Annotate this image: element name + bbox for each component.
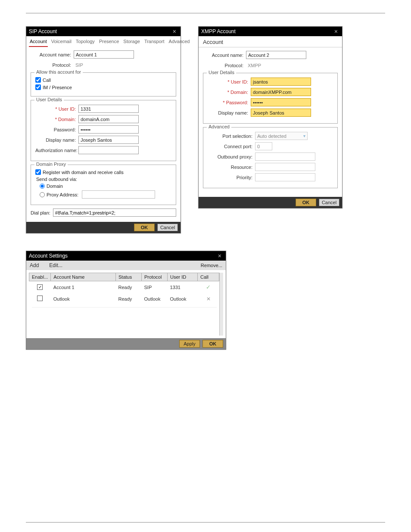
col-name[interactable]: Account Name [51,273,116,281]
scrollbar[interactable] [219,273,223,336]
close-icon[interactable]: × [216,253,223,259]
xmpp-protocol-label: Protocol: [203,63,246,68]
register-label: Register with domain and receive calls [43,170,124,175]
enabled-checkbox[interactable] [37,284,43,290]
xmpp-account-name-label: Account name: [203,53,246,58]
table-row[interactable]: Account 1 Ready SIP 1331 ✓ [29,281,219,293]
xmpp-user-details-group: User Details * User ID: * Domain: * Pass… [203,73,338,124]
password-input[interactable] [78,125,139,134]
col-protocol[interactable]: Protocol [142,273,168,281]
xmpp-tab-account[interactable]: Account [199,36,342,47]
accounts-titlebar: Account Settings × [26,251,226,261]
account-name-input[interactable] [74,50,134,59]
send-outbound-label: Send outbound via: [36,177,171,182]
sip-tabs: Account Voicemail Topology Presence Stor… [26,36,181,47]
auth-name-label: Authorization name: [35,148,78,153]
xmpp-title: XMPP Account [201,28,236,34]
col-status[interactable]: Status [116,273,142,281]
allow-account-legend: Allow this account for [34,69,83,75]
tab-storage[interactable]: Storage [122,38,141,47]
cell-name: Account 1 [51,281,116,293]
connect-port-label: Connect port: [208,144,255,149]
outbound-proxy-label: Outbound proxy: [208,154,255,159]
col-call[interactable]: Call [198,273,219,281]
allow-account-group: Allow this account for Call IM / Presenc… [31,72,176,96]
table-row[interactable]: Outlook Ready Outlook Outlook ✕ [29,293,219,305]
x-icon: ✕ [206,296,211,302]
accounts-button-bar: Apply OK [26,338,226,349]
tab-advanced[interactable]: Advanced [168,38,191,47]
check-icon: ✓ [206,284,211,290]
password-label: Password: [35,127,78,132]
chevron-down-icon: ▾ [303,134,305,138]
domain-input[interactable] [78,115,139,123]
col-userid[interactable]: User ID [168,273,198,281]
connect-port-input[interactable] [255,142,272,150]
ok-button[interactable]: OK [202,340,223,348]
menu-edit[interactable]: Edit... [49,262,62,268]
dial-plan-input[interactable] [53,208,176,217]
port-selection-select[interactable]: Auto detected ▾ [255,132,308,140]
dial-plan-label: Dial plan: [31,210,50,215]
xmpp-button-bar: OK Cancel [199,197,342,208]
cell-protocol: SIP [142,281,168,293]
xmpp-display-name-label: Display name: [208,110,251,115]
protocol-label: Protocol: [31,62,74,68]
close-icon[interactable]: × [333,28,339,34]
resource-label: Resource: [208,165,255,170]
xmpp-protocol-value: XMPP [246,61,306,69]
cell-userid: Outlook [168,293,198,305]
port-selection-label: Port selection: [208,134,255,139]
accounts-table: Enabl... Account Name Status Protocol Us… [29,273,219,336]
xmpp-account-name-input[interactable] [246,51,306,59]
cancel-button[interactable]: Cancel [157,224,178,231]
sip-account-dialog: SIP Account × Account Voicemail Topology… [26,26,181,233]
cell-name: Outlook [51,293,116,305]
domain-proxy-group: Domain Proxy Register with domain and re… [31,165,176,205]
ok-button[interactable]: OK [134,224,155,231]
xmpp-user-id-input[interactable] [251,78,311,86]
priority-input[interactable] [255,173,315,181]
close-icon[interactable]: × [171,28,178,34]
accounts-menu-bar: Add Edit... Remove... [26,261,226,270]
user-details-legend: User Details [34,97,64,102]
auth-name-input[interactable] [78,146,139,154]
ok-button[interactable]: OK [296,199,316,206]
sip-button-bar: OK Cancel [26,222,181,233]
cell-status: Ready [116,281,142,293]
resource-input[interactable] [255,163,315,171]
domain-label: * Domain: [35,117,78,122]
enabled-checkbox[interactable] [37,296,43,301]
register-checkbox[interactable] [35,169,41,175]
col-enabled[interactable]: Enabl... [29,273,51,281]
apply-button[interactable]: Apply [179,340,200,348]
xmpp-display-name-input[interactable] [251,109,311,117]
allow-call-checkbox[interactable] [35,77,41,83]
tab-presence[interactable]: Presence [98,38,120,47]
xmpp-user-details-legend: User Details [207,70,236,75]
protocol-value: SIP [74,61,134,69]
tab-account[interactable]: Account [29,38,48,47]
menu-remove[interactable]: Remove... [201,263,222,268]
display-name-input[interactable] [78,136,139,144]
proxy-address-input[interactable] [82,190,155,199]
outbound-proxy-input[interactable] [255,152,315,161]
xmpp-account-dialog: XMPP Account × Account Account name: Pro… [198,26,342,208]
xmpp-password-input[interactable] [251,98,311,106]
tab-topology[interactable]: Topology [75,38,96,47]
tab-transport[interactable]: Transport [143,38,165,47]
sip-titlebar: SIP Account × [26,27,181,36]
xmpp-domain-input[interactable] [251,88,311,96]
xmpp-domain-label: * Domain: [208,90,251,95]
menu-add[interactable]: Add [30,262,39,268]
allow-im-checkbox[interactable] [35,84,41,90]
xmpp-advanced-legend: Advanced [207,124,231,129]
port-selection-value: Auto detected [257,134,286,139]
tab-voicemail[interactable]: Voicemail [50,38,72,47]
user-id-input[interactable] [78,105,139,113]
via-proxy-radio[interactable] [40,192,45,197]
priority-label: Priority: [208,175,255,180]
via-domain-radio[interactable] [40,184,45,189]
cancel-button[interactable]: Cancel [319,199,339,206]
account-settings-dialog: Account Settings × Add Edit... Remove...… [26,251,226,350]
